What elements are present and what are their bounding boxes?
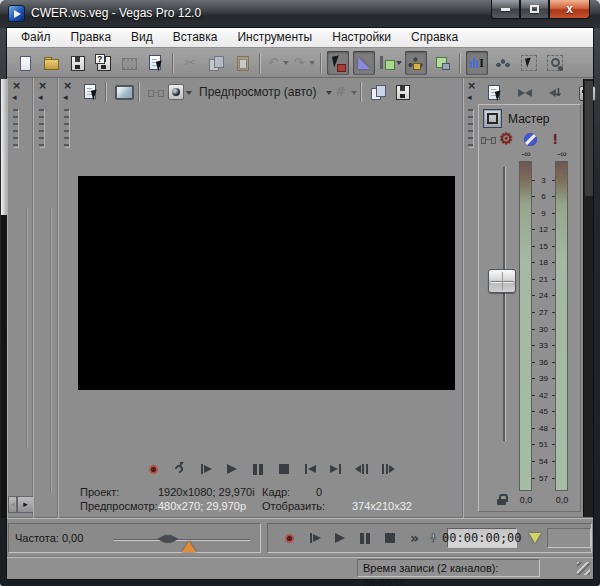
save-button[interactable] <box>66 51 88 75</box>
external-monitor-button[interactable] <box>145 80 167 104</box>
next-frame-button[interactable] <box>378 461 397 477</box>
meter-top-label-right: -∞ <box>547 149 577 159</box>
redo-button[interactable]: ↷ <box>292 51 314 75</box>
timecode-display[interactable]: 00:00:00;00 <box>447 528 517 548</box>
menu-item-insert[interactable]: Вставка <box>163 28 228 47</box>
marker-tool-icon[interactable] <box>529 533 541 543</box>
ignore-event-grouping-button[interactable] <box>431 51 453 75</box>
dock-grip-handle[interactable] <box>39 109 44 147</box>
video-output-button[interactable] <box>112 80 134 104</box>
close-button[interactable]: x <box>549 0 590 19</box>
new-project-button[interactable] <box>14 51 36 75</box>
volume-fader-handle[interactable] <box>488 269 516 293</box>
chevron-down-icon <box>309 61 315 68</box>
resize-grip[interactable] <box>577 562 590 575</box>
minimize-button[interactable] <box>491 0 520 19</box>
menu-item-view[interactable]: Вид <box>121 28 163 47</box>
loop-playback-button[interactable] <box>170 461 189 477</box>
lock-fader-icon[interactable] <box>497 494 507 506</box>
microphone-icon[interactable] <box>430 530 437 546</box>
properties-button[interactable] <box>144 51 166 75</box>
play-button[interactable] <box>222 461 241 477</box>
normal-edit-tool-button[interactable] <box>466 51 488 75</box>
menu-item-edit[interactable]: Правка <box>61 28 122 47</box>
menu-item-tools[interactable]: Инструменты <box>227 28 322 47</box>
snap-cursor-icon <box>330 55 346 71</box>
pause-button-2[interactable] <box>355 530 374 546</box>
close-dock-icon[interactable]: × <box>63 80 72 91</box>
solo-icon[interactable]: ! <box>552 131 558 148</box>
record-button-2[interactable] <box>280 530 299 546</box>
copy-button[interactable] <box>205 51 227 75</box>
zoom-edit-tool-button[interactable] <box>544 51 566 75</box>
go-to-end-button[interactable] <box>326 461 345 477</box>
stop-button[interactable] <box>274 461 293 477</box>
aux-timecode-box[interactable] <box>547 528 591 548</box>
gear-icon[interactable]: ⚙ <box>499 130 513 148</box>
rate-position-marker[interactable] <box>182 541 196 552</box>
go-to-start-icon <box>304 464 316 474</box>
overlay-grid-button[interactable]: # <box>334 80 356 104</box>
paste-button[interactable] <box>231 51 253 75</box>
dock-grip-handle[interactable] <box>13 109 18 147</box>
record-button[interactable] <box>144 461 163 477</box>
enable-snapping-button[interactable] <box>327 51 349 75</box>
collapse-dock-icon[interactable]: ◂ <box>63 93 68 102</box>
collapse-dock-icon[interactable]: ◂ <box>38 93 43 102</box>
status-bar: Время записи (2 каналов): 08:09:15 <box>7 556 593 579</box>
close-dock-icon[interactable]: × <box>12 80 21 91</box>
previous-frame-button[interactable] <box>352 461 371 477</box>
maximize-button[interactable] <box>520 0 549 19</box>
close-dock-icon[interactable]: × <box>467 80 476 91</box>
scroll-left-button[interactable]: ◂ <box>8 496 17 513</box>
selection-edit-tool-button[interactable] <box>518 51 540 75</box>
save-as-button[interactable] <box>92 51 114 75</box>
envelope-edit-tool-button[interactable] <box>492 51 514 75</box>
save-snapshot-button[interactable] <box>391 80 413 104</box>
preview-quality-button[interactable] <box>169 80 191 104</box>
menu-item-file[interactable]: Файл <box>11 28 61 47</box>
copy-snapshot-button[interactable] <box>367 80 389 104</box>
open-button[interactable] <box>40 51 62 75</box>
meter-scale-tick: 6 <box>532 192 555 202</box>
meter-scale-tick: 36 <box>532 357 555 367</box>
mixer-vertical-scrollbar[interactable] <box>583 79 593 517</box>
selection-arrow-icon <box>521 55 537 71</box>
dock-horizontal-scrollbar[interactable]: ◂ ▸ <box>8 496 34 513</box>
rate-slider-track[interactable] <box>113 539 250 540</box>
play-from-start-button-2[interactable] <box>305 530 324 546</box>
render-as-button[interactable] <box>118 51 140 75</box>
preview-properties-button[interactable] <box>79 80 101 104</box>
menu-item-help[interactable]: Справка <box>401 28 468 47</box>
undo-button[interactable]: ↶ <box>266 51 288 75</box>
more-transport-button[interactable]: » <box>405 530 424 546</box>
automatic-crossfades-button[interactable] <box>353 51 375 75</box>
scrub-control-icon[interactable]: ◀◆▶ <box>157 531 176 545</box>
lock-envelopes-button[interactable] <box>405 51 427 75</box>
peak-value-left: 0,0 <box>511 495 541 505</box>
go-to-start-button[interactable] <box>300 461 319 477</box>
play-button-2[interactable] <box>330 530 349 546</box>
insert-fx-plug-icon[interactable] <box>481 136 496 144</box>
collapse-dock-icon[interactable]: ◂ <box>12 93 17 102</box>
dock-grip-handle[interactable] <box>64 109 69 147</box>
meter-scale-value: 24 <box>539 291 548 300</box>
scroll-right-button[interactable]: ▸ <box>17 496 34 513</box>
mute-icon[interactable] <box>524 133 537 146</box>
stop-button-2[interactable] <box>380 530 399 546</box>
auto-ripple-button[interactable] <box>379 51 401 75</box>
pause-button[interactable] <box>248 461 267 477</box>
dock-grip-handle[interactable] <box>468 109 473 147</box>
close-dock-icon[interactable]: × <box>38 80 47 91</box>
cut-button[interactable]: ✂ <box>179 51 201 75</box>
left-vertical-scrollbar[interactable] <box>1 79 7 518</box>
downmix-output-button[interactable] <box>514 81 536 105</box>
mixer-properties-button[interactable] <box>483 81 505 105</box>
volume-fader-track[interactable] <box>503 167 505 441</box>
collapse-dock-icon[interactable]: ◂ <box>467 93 472 102</box>
master-bus-button[interactable] <box>483 109 502 128</box>
bottom-bar: Частота: 0,00 ◀◆▶ » 00:00:00;00 <box>7 518 593 556</box>
play-from-start-button[interactable] <box>196 461 215 477</box>
dim-output-button[interactable] <box>545 81 567 105</box>
menu-item-options[interactable]: Настройки <box>322 28 401 47</box>
